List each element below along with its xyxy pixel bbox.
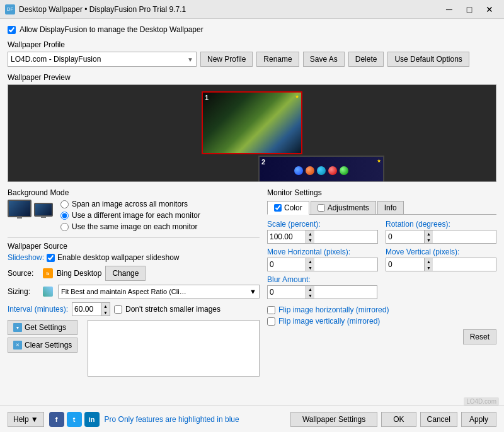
manage-checkbox-row: Allow DisplayFusion to manage the Deskto… bbox=[8, 25, 496, 34]
app-icon: DF bbox=[5, 4, 15, 14]
facebook-icon[interactable]: f bbox=[49, 412, 64, 427]
interval-spinbox[interactable]: ▲ ▼ bbox=[72, 302, 110, 316]
scale-down[interactable]: ▼ bbox=[306, 237, 314, 243]
apply-button[interactable]: Apply bbox=[461, 412, 496, 427]
minimize-button[interactable]: ─ bbox=[440, 3, 459, 16]
rotation-up[interactable]: ▲ bbox=[424, 230, 433, 237]
blur-up[interactable]: ▲ bbox=[306, 286, 314, 292]
bottom-left: Help ▼ f t in Pro Only features are high… bbox=[8, 412, 239, 427]
radio-span[interactable]: Span an image across all monitors bbox=[60, 200, 200, 208]
monitor-settings-header: Monitor Settings bbox=[267, 188, 496, 197]
clear-settings-button[interactable]: ✕ Clear Settings bbox=[8, 338, 77, 353]
flip-h-row[interactable]: Flip image horizontally (mirrored) bbox=[267, 305, 496, 314]
new-profile-button[interactable]: New Profile bbox=[200, 52, 253, 67]
rotation-spinbox-btns: ▲ ▼ bbox=[424, 230, 433, 243]
blur-spinbox-btns: ▲ ▼ bbox=[306, 286, 314, 298]
interval-input[interactable] bbox=[72, 303, 101, 315]
rotation-input[interactable] bbox=[386, 230, 424, 243]
blur-label[interactable]: Blur Amount: bbox=[267, 275, 377, 284]
tab-color[interactable]: Color bbox=[267, 201, 309, 215]
pro-text: Pro Only features are highlighted in blu… bbox=[105, 415, 239, 424]
slideshow-checkbox[interactable] bbox=[47, 254, 55, 262]
flip-h-checkbox[interactable] bbox=[267, 306, 275, 314]
cancel-button[interactable]: Cancel bbox=[420, 412, 457, 427]
social-icons: f t in bbox=[49, 412, 100, 427]
profile-dropdown-arrow: ▼ bbox=[187, 56, 193, 63]
source-label: Source: bbox=[8, 269, 39, 278]
stretch-checkbox[interactable] bbox=[114, 305, 122, 314]
use-default-button[interactable]: Use Default Options bbox=[387, 52, 469, 67]
slideshow-checkbox-label: Enable desktop wallpaper slideshow bbox=[57, 253, 179, 262]
change-source-button[interactable]: Change bbox=[105, 266, 146, 281]
title-bar-left: DF Desktop Wallpaper • DisplayFusion Pro… bbox=[5, 4, 186, 14]
profile-section-label: Wallpaper Profile bbox=[8, 40, 496, 49]
move-v-down[interactable]: ▼ bbox=[424, 264, 433, 271]
move-v-input[interactable] bbox=[386, 258, 424, 271]
move-h-spinbox[interactable]: ▲ ▼ bbox=[267, 258, 378, 271]
tab-adjustments-checkbox[interactable] bbox=[318, 204, 325, 212]
help-arrow: ▼ bbox=[31, 415, 38, 424]
flip-v-label[interactable]: Flip image vertically (mirrored) bbox=[278, 317, 380, 326]
radio-same-label: Use the same image on each monitor bbox=[72, 222, 197, 231]
interval-spinbox-btns: ▲ ▼ bbox=[101, 303, 110, 315]
tabs-row: Color Adjustments Info bbox=[267, 201, 496, 215]
move-h-input[interactable] bbox=[268, 258, 306, 271]
reset-button[interactable]: Reset bbox=[463, 329, 496, 344]
flip-v-row[interactable]: Flip image vertically (mirrored) bbox=[267, 317, 496, 326]
slideshow-label[interactable]: Slideshow: bbox=[8, 253, 44, 262]
settings-grid: Scale (percent): ▲ ▼ Rotation (degrees): bbox=[267, 220, 496, 271]
rotation-down[interactable]: ▼ bbox=[424, 237, 433, 243]
manage-checkbox[interactable] bbox=[8, 26, 16, 34]
maximize-button[interactable]: □ bbox=[460, 3, 479, 16]
get-settings-button[interactable]: ▼ Get Settings bbox=[8, 320, 77, 335]
title-bar: DF Desktop Wallpaper • DisplayFusion Pro… bbox=[0, 0, 504, 19]
interval-down[interactable]: ▼ bbox=[101, 309, 110, 315]
delete-button[interactable]: Delete bbox=[348, 52, 384, 67]
flip-h-label[interactable]: Flip image horizontally (mirrored) bbox=[278, 305, 389, 314]
rotation-label[interactable]: Rotation (degrees): bbox=[386, 220, 496, 229]
linkedin-icon[interactable]: in bbox=[84, 412, 100, 427]
twitter-icon[interactable]: t bbox=[67, 412, 82, 427]
scale-up[interactable]: ▲ bbox=[306, 230, 314, 237]
blur-down[interactable]: ▼ bbox=[306, 292, 314, 298]
bottom-bar: Help ▼ f t in Pro Only features are high… bbox=[0, 406, 504, 432]
radio-span-input[interactable] bbox=[60, 200, 69, 208]
ok-button[interactable]: OK bbox=[381, 412, 416, 427]
scale-input[interactable] bbox=[268, 230, 306, 243]
rename-button[interactable]: Rename bbox=[256, 52, 299, 67]
stretch-row[interactable]: Don't stretch smaller images bbox=[114, 305, 220, 314]
tab-color-label: Color bbox=[284, 203, 302, 212]
blur-spinbox[interactable]: ▲ ▼ bbox=[267, 285, 377, 299]
move-h-up[interactable]: ▲ bbox=[306, 258, 314, 264]
monitor-thumb-1 bbox=[8, 200, 32, 217]
rotation-spinbox[interactable]: ▲ ▼ bbox=[386, 230, 496, 244]
help-button[interactable]: Help ▼ bbox=[8, 412, 44, 427]
preview-box: 1 ★ 2 ★ bbox=[8, 84, 496, 182]
interval-up[interactable]: ▲ bbox=[101, 303, 110, 309]
move-v-label[interactable]: Move Vertical (pixels): bbox=[386, 247, 496, 256]
move-v-up[interactable]: ▲ bbox=[424, 258, 433, 264]
bg-mode-inner: Span an image across all monitors Use a … bbox=[8, 200, 260, 231]
radio-different[interactable]: Use a different image for each monitor bbox=[60, 211, 200, 220]
tab-color-checkbox[interactable] bbox=[274, 204, 282, 212]
move-v-spinbox[interactable]: ▲ ▼ bbox=[386, 258, 496, 271]
blur-input[interactable] bbox=[268, 286, 306, 298]
sizing-dropdown[interactable]: Fit Best and maintain Aspect Ratio (Clip… bbox=[58, 285, 260, 298]
wallpaper-settings-button[interactable]: Wallpaper Settings bbox=[290, 412, 377, 427]
scale-spinbox[interactable]: ▲ ▼ bbox=[267, 230, 378, 244]
flip-v-checkbox[interactable] bbox=[267, 317, 275, 326]
move-h-down[interactable]: ▼ bbox=[306, 264, 314, 271]
tab-adjustments[interactable]: Adjustments bbox=[311, 201, 376, 214]
save-as-button[interactable]: Save As bbox=[303, 52, 345, 67]
tab-info[interactable]: Info bbox=[377, 201, 404, 214]
radio-same[interactable]: Use the same image on each monitor bbox=[60, 222, 200, 231]
get-clear-btns: ▼ Get Settings ✕ Clear Settings bbox=[8, 320, 77, 377]
tab-adjustments-label: Adjustments bbox=[328, 203, 369, 212]
radio-different-input[interactable] bbox=[60, 212, 69, 220]
monitor-2-label: 2 bbox=[261, 158, 265, 166]
move-h-label[interactable]: Move Horizontal (pixels): bbox=[267, 247, 378, 256]
close-button[interactable]: ✕ bbox=[480, 3, 499, 16]
scale-label[interactable]: Scale (percent): bbox=[267, 220, 378, 229]
profile-dropdown[interactable]: LO4D.com - DisplayFusion ▼ bbox=[8, 52, 197, 67]
radio-same-input[interactable] bbox=[60, 223, 69, 231]
